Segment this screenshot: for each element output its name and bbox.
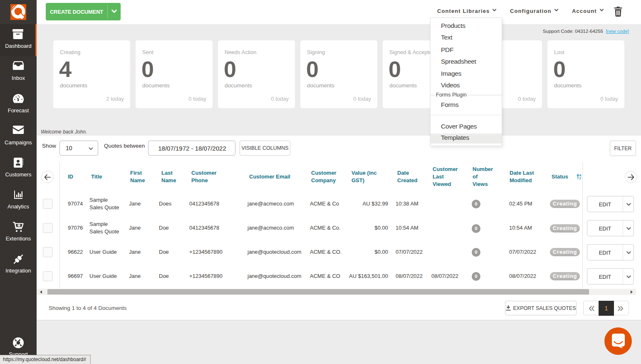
svg-text:A: A bbox=[579, 174, 582, 177]
svg-text:Z: Z bbox=[579, 177, 582, 179]
